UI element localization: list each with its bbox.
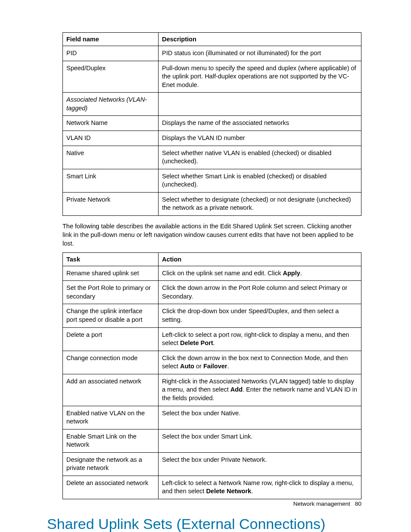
- cell-task: Change the uplink interface port speed o…: [63, 304, 159, 327]
- intro-paragraph: The following table describes the availa…: [62, 222, 361, 248]
- table-row: VLAN ID Displays the VLAN ID number: [63, 131, 361, 146]
- cell-desc: Select whether Smart Link is enabled (ch…: [159, 169, 361, 192]
- section-heading: Shared Uplink Sets (External Connections…: [47, 516, 361, 532]
- cell-field: Smart Link: [63, 169, 159, 192]
- field-description-table: Field name Description PID PID status ic…: [62, 32, 361, 216]
- cell-task: Set the Port Role to primary or secondar…: [63, 281, 159, 304]
- table-row: Enable Smart Link on the Network Select …: [63, 429, 361, 452]
- table-header-row: Field name Description: [63, 33, 361, 46]
- table-row: Add an associated network Right-click in…: [63, 374, 361, 406]
- cell-field: PID: [63, 46, 159, 61]
- table-row: Smart Link Select whether Smart Link is …: [63, 169, 361, 192]
- cell-field-section: Associated Networks (VLAN-tagged): [63, 93, 159, 116]
- table-row: Delete an associated network Left-click …: [63, 476, 361, 499]
- document-page: Field name Description PID PID status ic…: [0, 0, 411, 532]
- table-header-row: Task Action: [63, 252, 361, 266]
- cell-desc: Select whether native VLAN is enabled (c…: [159, 146, 361, 169]
- table-row: Rename shared uplink set Click on the up…: [63, 266, 361, 281]
- table-row: Network Name Displays the name of the as…: [63, 116, 361, 131]
- table-row: Change connection mode Click the down ar…: [63, 351, 361, 374]
- cell-task: Rename shared uplink set: [63, 266, 159, 281]
- cell-task: Delete an associated network: [63, 476, 159, 499]
- header-field-name: Field name: [63, 33, 159, 46]
- cell-action: Left-click to select a Network Name row,…: [159, 476, 361, 499]
- table-row: Delete a port Left-click to select a por…: [63, 327, 361, 351]
- footer-page-number: 80: [355, 501, 361, 507]
- header-description: Description: [159, 33, 361, 46]
- cell-desc: Displays the VLAN ID number: [159, 131, 361, 146]
- cell-action: Select the box under Private Network.: [159, 452, 361, 476]
- page-footer: Network management 80: [293, 501, 361, 507]
- cell-action: Right-click in the Associated Networks (…: [159, 374, 361, 406]
- footer-label: Network management: [293, 501, 350, 507]
- cell-action: Select the box under Smart Link.: [159, 429, 361, 452]
- table-row: Native Select whether native VLAN is ena…: [63, 146, 361, 169]
- cell-field: Speed/Duplex: [63, 61, 159, 93]
- table-row: Designate the network as a private netwo…: [63, 452, 361, 476]
- cell-action: Click on the uplink set name and edit. C…: [159, 266, 361, 281]
- task-action-table: Task Action Rename shared uplink set Cli…: [62, 252, 361, 499]
- table-row: Associated Networks (VLAN-tagged): [63, 93, 361, 116]
- table-row: Enabled native VLAN on the network Selec…: [63, 406, 361, 429]
- cell-field: Network Name: [63, 116, 159, 131]
- cell-task: Change connection mode: [63, 351, 159, 374]
- cell-action: Click the down arrow in the box next to …: [159, 351, 361, 374]
- header-action: Action: [159, 252, 361, 266]
- cell-action: Left-click to select a port row, right-c…: [159, 327, 361, 351]
- table-row: Change the uplink interface port speed o…: [63, 304, 361, 327]
- cell-action: Click the drop-down box under Speed/Dupl…: [159, 304, 361, 327]
- cell-task: Enabled native VLAN on the network: [63, 406, 159, 429]
- cell-desc: PID status icon (illuminated or not illu…: [159, 46, 361, 61]
- cell-desc: [159, 93, 361, 116]
- table-row: Speed/Duplex Pull-down menu to specify t…: [63, 61, 361, 93]
- cell-action: Select the box under Native.: [159, 406, 361, 429]
- cell-task: Designate the network as a private netwo…: [63, 452, 159, 476]
- table-row: Set the Port Role to primary or secondar…: [63, 281, 361, 304]
- table-row: Private Network Select whether to design…: [63, 192, 361, 215]
- cell-desc: Pull-down menu to specify the speed and …: [159, 61, 361, 93]
- cell-desc: Select whether to designate (checked) or…: [159, 192, 361, 215]
- cell-task: Add an associated network: [63, 374, 159, 406]
- header-task: Task: [63, 252, 159, 266]
- cell-field: Native: [63, 146, 159, 169]
- cell-field: Private Network: [63, 192, 159, 215]
- cell-task: Enable Smart Link on the Network: [63, 429, 159, 452]
- cell-task: Delete a port: [63, 327, 159, 351]
- table-row: PID PID status icon (illuminated or not …: [63, 46, 361, 61]
- cell-action: Click the down arrow in the Port Role co…: [159, 281, 361, 304]
- cell-field: VLAN ID: [63, 131, 159, 146]
- cell-desc: Displays the name of the associated netw…: [159, 116, 361, 131]
